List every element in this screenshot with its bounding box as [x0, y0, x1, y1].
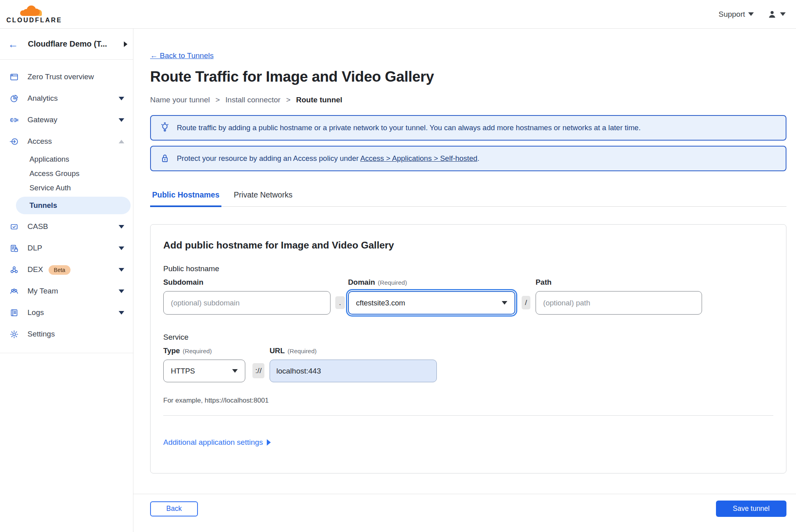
domain-select[interactable]: cftestsite3.com	[348, 291, 515, 315]
sidebar-nav: Zero Trust overview Analytics Gateway	[0, 60, 133, 353]
service-section-label: Service	[163, 333, 773, 342]
sidebar-item-label: Gateway	[27, 115, 119, 124]
support-label: Support	[718, 10, 745, 19]
chevron-down-icon	[119, 311, 124, 315]
breadcrumb-step-install-connector[interactable]: Install connector	[225, 96, 280, 104]
sidebar-item-label: My Team	[27, 287, 119, 295]
back-arrow-icon[interactable]: ←	[8, 39, 18, 49]
sidebar-item-label: DEXBeta	[27, 265, 119, 274]
user-menu[interactable]	[767, 10, 786, 19]
topbar-controls: Support	[718, 10, 786, 19]
user-icon	[767, 10, 777, 19]
lightbulb-icon	[160, 122, 170, 134]
sidebar-item-access[interactable]: Access	[0, 131, 133, 152]
dashboard-icon	[10, 72, 19, 82]
dot-separator: .	[335, 296, 345, 309]
sidebar-item-label: Access Groups	[29, 169, 79, 178]
sidebar-item-zero-trust-overview[interactable]: Zero Trust overview	[0, 66, 133, 88]
tab-public-hostnames[interactable]: Public Hostnames	[150, 190, 221, 207]
sidebar-collapse-icon[interactable]	[124, 41, 127, 47]
sidebar-item-label: CASB	[27, 222, 119, 231]
breadcrumb-separator: >	[286, 96, 290, 104]
team-icon	[10, 287, 19, 296]
chevron-down-icon	[502, 301, 507, 305]
additional-settings-toggle[interactable]: Additional application settings	[163, 438, 271, 447]
card-heading: Add public hostname for Image and Video …	[163, 240, 773, 251]
path-input[interactable]	[536, 291, 702, 315]
cloudflare-wordmark: CLOUDFLARE	[6, 17, 62, 24]
breadcrumb: Name your tunnel > Install connector > R…	[150, 96, 786, 104]
sidebar-divider	[0, 353, 133, 353]
chevron-down-icon	[232, 369, 238, 373]
access-policy-banner: Protect your resource by adding an Acces…	[150, 146, 786, 171]
sidebar-item-label: Tunnels	[29, 201, 57, 210]
sidebar-item-analytics[interactable]: Analytics	[0, 88, 133, 109]
logs-icon	[10, 308, 19, 317]
chevron-down-icon	[748, 12, 754, 16]
casb-icon	[10, 222, 19, 231]
tab-bar: Public Hostnames Private Networks	[150, 190, 786, 207]
access-icon	[10, 137, 19, 146]
main-content: ← Back to Tunnels Route Traffic for Imag…	[133, 29, 796, 532]
sidebar-item-label: Zero Trust overview	[27, 72, 124, 81]
beta-badge: Beta	[49, 265, 70, 275]
type-label: Type(Required)	[163, 346, 245, 355]
service-url-input[interactable]	[270, 360, 437, 382]
account-name: Cloudflare Demo (T...	[28, 39, 124, 49]
gateway-icon	[10, 115, 19, 125]
card-divider	[163, 415, 773, 416]
breadcrumb-step-name-tunnel[interactable]: Name your tunnel	[150, 96, 210, 104]
path-label: Path	[536, 278, 702, 287]
lock-icon	[160, 153, 170, 164]
scheme-separator: ://	[252, 363, 264, 378]
back-button[interactable]: Back	[150, 501, 198, 516]
sidebar-item-label: Analytics	[27, 94, 119, 103]
chevron-right-icon	[267, 439, 271, 446]
url-example-text: For example, https://localhost:8001	[163, 397, 773, 405]
page-title: Route Traffic for Image and Video Galler…	[150, 68, 786, 85]
domain-required-hint: (Required)	[378, 279, 407, 286]
sidebar-item-service-auth[interactable]: Service Auth	[0, 181, 133, 195]
url-required-hint: (Required)	[287, 348, 317, 354]
chevron-down-icon	[780, 12, 786, 16]
sidebar-item-label: Access	[27, 137, 119, 146]
domain-label: Domain(Required)	[348, 278, 515, 287]
breadcrumb-step-route-tunnel: Route tunnel	[296, 96, 342, 104]
sidebar-item-logs[interactable]: Logs	[0, 302, 133, 323]
top-bar: CLOUDFLARE Support	[0, 0, 796, 29]
chevron-down-icon	[119, 268, 124, 272]
chevron-down-icon	[119, 118, 124, 122]
type-required-hint: (Required)	[183, 348, 212, 354]
tab-private-networks[interactable]: Private Networks	[232, 190, 294, 206]
service-type-select[interactable]: HTTPS	[163, 360, 245, 382]
chevron-down-icon	[119, 246, 124, 250]
back-to-tunnels-link[interactable]: ← Back to Tunnels	[150, 51, 213, 60]
sidebar-item-gateway[interactable]: Gateway	[0, 109, 133, 131]
sidebar: ← Cloudflare Demo (T... Zero Trust overv…	[0, 29, 133, 532]
service-type-value: HTTPS	[171, 367, 195, 376]
sidebar-item-tunnels-active[interactable]: Tunnels	[16, 197, 131, 214]
sidebar-item-my-team[interactable]: My Team	[0, 280, 133, 302]
subdomain-field: Subdomain	[163, 278, 331, 315]
cloudflare-logo: CLOUDFLARE	[6, 4, 62, 24]
chevron-down-icon	[119, 225, 124, 229]
hostname-field-row: Subdomain . Domain(Required) cftestsite3…	[163, 278, 773, 315]
chevron-up-icon	[119, 140, 124, 143]
access-applications-link[interactable]: Access > Applications > Self-hosted	[360, 154, 477, 162]
sidebar-item-dlp[interactable]: DLP	[0, 237, 133, 259]
sidebar-item-access-groups[interactable]: Access Groups	[0, 166, 133, 181]
pie-chart-icon	[10, 94, 19, 103]
sidebar-item-casb[interactable]: CASB	[0, 216, 133, 237]
save-tunnel-button[interactable]: Save tunnel	[716, 501, 786, 517]
support-menu[interactable]: Support	[718, 10, 754, 19]
sidebar-item-applications[interactable]: Applications	[0, 152, 133, 166]
sidebar-item-settings[interactable]: Settings	[0, 323, 133, 345]
access-policy-text: Protect your resource by adding an Acces…	[177, 154, 479, 163]
domain-field: Domain(Required) cftestsite3.com	[348, 278, 515, 315]
dlp-icon	[10, 244, 19, 253]
sidebar-item-dex[interactable]: DEXBeta	[0, 259, 133, 280]
subdomain-input[interactable]	[163, 291, 331, 315]
dex-icon	[10, 265, 19, 274]
sidebar-item-label: Applications	[29, 155, 69, 164]
subdomain-label: Subdomain	[163, 278, 331, 287]
